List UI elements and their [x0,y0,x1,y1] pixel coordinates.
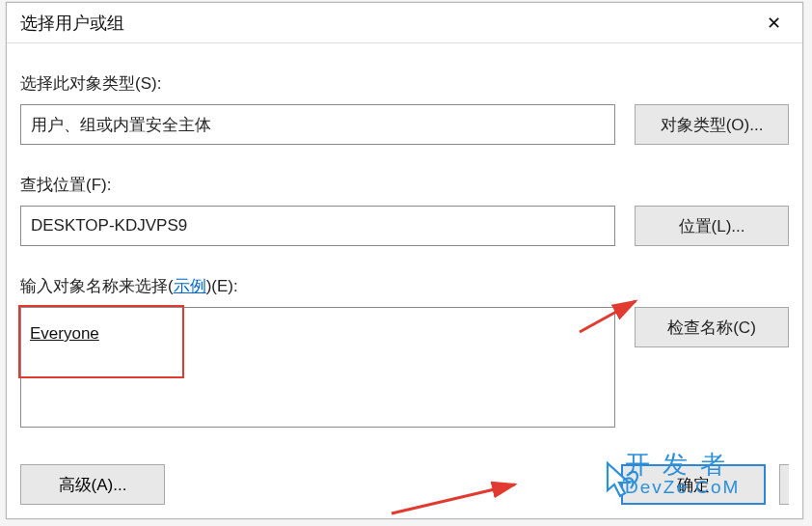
example-link[interactable]: 示例 [174,277,206,295]
object-type-label: 选择此对象类型(S): [20,72,789,95]
dialog-title: 选择用户或组 [7,12,124,35]
annotation-highlight-box: Everyone [18,305,184,378]
ok-cancel-group: 确定 [621,464,789,505]
location-field: DESKTOP-KDJVPS9 [20,206,615,246]
locations-button[interactable]: 位置(L)... [635,206,789,246]
ok-button[interactable]: 确定 [621,464,766,505]
names-input[interactable]: Everyone [20,307,615,428]
object-type-value: 用户、组或内置安全主体 [31,114,211,136]
dialog-window: 选择用户或组 ✕ 选择此对象类型(S): 用户、组或内置安全主体 对象类型(O)… [6,2,803,519]
names-label-prefix: 输入对象名称来选择( [20,277,174,295]
object-types-button[interactable]: 对象类型(O)... [635,104,789,145]
object-type-row: 用户、组或内置安全主体 对象类型(O)... [20,104,789,145]
location-label: 查找位置(F): [20,174,789,196]
locations-button-label: 位置(L)... [679,215,745,237]
cancel-button-partial[interactable] [779,464,789,505]
check-names-button-label: 检查名称(C) [667,317,756,339]
location-value: DESKTOP-KDJVPS9 [31,216,187,235]
advanced-button[interactable]: 高级(A)... [20,464,165,505]
names-input-value: Everyone [30,324,99,343]
names-label-suffix: )(E): [206,277,238,295]
check-names-button[interactable]: 检查名称(C) [635,307,789,347]
object-types-button-label: 对象类型(O)... [661,114,764,136]
titlebar: 选择用户或组 ✕ [7,3,802,43]
object-type-field: 用户、组或内置安全主体 [20,104,615,145]
names-label: 输入对象名称来选择(示例)(E): [20,275,789,297]
ok-button-label: 确定 [677,474,710,496]
names-row: Everyone 检查名称(C) [20,307,789,428]
advanced-button-label: 高级(A)... [59,474,127,496]
dialog-footer: 高级(A)... 确定 [20,464,789,505]
close-icon: ✕ [767,13,781,34]
location-row: DESKTOP-KDJVPS9 位置(L)... [20,206,789,246]
dialog-content: 选择此对象类型(S): 用户、组或内置安全主体 对象类型(O)... 查找位置(… [7,43,802,437]
close-button[interactable]: ✕ [744,3,802,42]
